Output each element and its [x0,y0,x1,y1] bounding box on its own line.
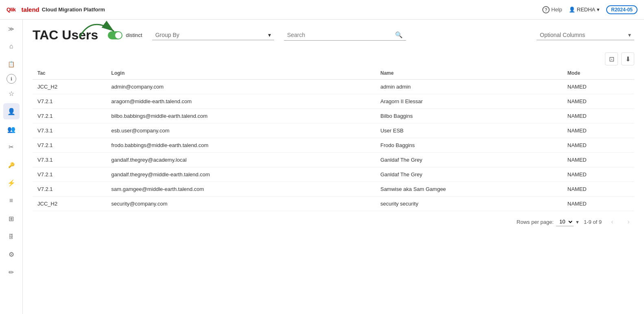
sidebar-item-keys[interactable]: 🔑 [3,157,20,173]
search-area: 🔍 [284,30,406,41]
prev-page-button[interactable]: ‹ [607,216,618,227]
cell-name: Ganldaf The Grey [375,167,563,182]
talend-brand: talend [22,6,39,13]
rows-per-page-area: Rows per page: 10 25 50 ▾ [517,217,579,226]
download-icon: ⬇ [625,55,631,63]
cell-tac: V7.2.1 [33,94,107,109]
help-button[interactable]: ? Help [542,6,562,13]
brand-logo: Qlik talend Cloud Migration Platform [7,6,105,13]
search-input[interactable] [287,32,392,38]
cell-name: User ESB [375,123,563,138]
copy-icon: ⊡ [609,55,614,63]
cell-mode: NAMED [563,80,634,94]
optional-columns-label: Optional Columns [540,32,585,38]
distinct-label: distinct [126,32,142,38]
cell-mode: NAMED [563,153,634,167]
optional-columns-chevron-icon: ▾ [628,32,631,38]
col-mode: Mode [563,67,634,80]
cell-name: Aragorn II Elessar [375,94,563,109]
version-badge[interactable]: R2024-05 [606,5,637,14]
copy-icon-button[interactable]: ⊡ [605,52,618,65]
table-header: Tac Login Name Mode [33,67,634,80]
cell-name: Bilbo Baggins [375,109,563,123]
next-page-button[interactable]: › [623,216,634,227]
cell-mode: NAMED [563,109,634,123]
cell-login[interactable]: gandalf.thegrey@middle-earth.talend.com [107,167,375,182]
page-title: TAC Users [33,28,98,43]
cell-login[interactable]: frodo.babbings@middle-earth.talend.com [107,138,375,153]
sidebar-item-lightning[interactable]: ⚡ [3,175,20,191]
sidebar-item-home[interactable]: ⌂ [3,38,20,54]
table-row: V7.2.1bilbo.babbings@middle-earth.talend… [33,109,634,123]
col-login: Login [107,67,375,80]
cell-name: admin admin [375,80,563,94]
cell-name: Frodo Baggins [375,138,563,153]
cell-name: Ganldaf The Grey [375,153,563,167]
table-row: JCC_H2admin@company.comadmin adminNAMED [33,80,634,94]
cell-mode: NAMED [563,94,634,109]
cell-tac: V7.2.1 [33,182,107,197]
sidebar-item-tools[interactable]: ✂ [3,139,20,155]
distinct-toggle-area: distinct [108,31,142,39]
cell-tac[interactable]: JCC_H2 [33,197,107,211]
sidebar-item-storage[interactable]: 🗄 [3,228,20,245]
cell-login: security@company.com [107,197,375,211]
account-icon: 👤 [569,6,575,13]
help-circle-icon: ? [542,6,550,13]
sidebar-item-list[interactable]: ≡ [3,193,20,209]
sidebar-item-settings[interactable]: ⚙ [3,246,20,262]
rows-per-page-select[interactable]: 10 25 50 [556,217,574,226]
sidebar-item-info[interactable]: ℹ [7,74,16,84]
header-row: TAC Users distinct Group By ▾ 🔍 [33,28,634,43]
table-row: V7.2.1gandalf.thegrey@middle-earth.talen… [33,167,634,182]
rows-per-page-chevron-icon: ▾ [576,219,579,225]
cell-login[interactable]: bilbo.babbings@middle-earth.talend.com [107,109,375,123]
rows-per-page-label: Rows per page: [517,219,554,225]
cell-mode: NAMED [563,138,634,153]
sidebar-item-documents[interactable]: 📋 [3,56,20,72]
cell-login: esb.user@company.com [107,123,375,138]
table-row: V7.2.1frodo.babbings@middle-earth.talend… [33,138,634,153]
sidebar-expand-button[interactable]: ≫ [3,23,20,35]
cell-tac: V7.2.1 [33,138,107,153]
cell-name: Samwise aka Sam Gamgee [375,182,563,197]
cell-mode: NAMED [563,197,634,211]
cell-mode: NAMED [563,182,634,197]
username-label: REDHA [577,6,596,13]
cell-tac: V7.3.1 [33,153,107,167]
cell-tac: V7.3.1 [33,123,107,138]
table-toolbar: ⊡ ⬇ [33,52,634,65]
table-row: V7.3.1gandalf.thegrey@academy.localGanld… [33,153,634,167]
group-by-dropdown[interactable]: Group By ▾ [152,30,274,40]
user-chevron-icon: ▾ [597,6,600,13]
download-button[interactable]: ⬇ [621,52,634,65]
table-body: JCC_H2admin@company.comadmin adminNAMEDV… [33,80,634,211]
table-row: V7.2.1sam.gamgee@middle-earth.talend.com… [33,182,634,197]
table-row: JCC_H2security@company.comsecurity secur… [33,197,634,211]
cell-login: gandalf.thegrey@academy.local [107,153,375,167]
sidebar-item-grid[interactable]: ⊞ [3,210,20,227]
cell-tac: V7.2.1 [33,167,107,182]
cell-login: admin@company.com [107,80,375,94]
main-content: TAC Users distinct Group By ▾ 🔍 [23,19,644,314]
sidebar-item-users[interactable]: 👤 [3,103,20,119]
optional-columns-dropdown[interactable]: Optional Columns ▾ [537,30,634,40]
user-button[interactable]: 👤 REDHA ▾ [569,6,600,13]
distinct-toggle[interactable] [108,31,122,39]
topbar: Qlik talend Cloud Migration Platform ? H… [0,0,644,19]
cell-tac[interactable]: JCC_H2 [33,80,107,94]
topbar-right: ? Help 👤 REDHA ▾ R2024-05 [542,5,637,14]
cell-login: aragorn@middle-earth.talend.com [107,94,375,109]
search-icon: 🔍 [395,31,403,39]
qlik-label: Qlik [7,6,16,13]
help-label: Help [551,6,562,13]
sidebar-item-bookmark[interactable]: ☆ [3,85,20,102]
sidebar-item-groups[interactable]: 👥 [3,121,20,137]
cell-name: security security [375,197,563,211]
product-name: Cloud Migration Platform [42,6,105,13]
sidebar-item-edit[interactable]: ✏ [3,264,20,280]
toggle-knob [115,32,122,39]
cell-login: sam.gamgee@middle-earth.talend.com [107,182,375,197]
cell-mode: NAMED [563,167,634,182]
table-row: V7.2.1aragorn@middle-earth.talend.comAra… [33,94,634,109]
